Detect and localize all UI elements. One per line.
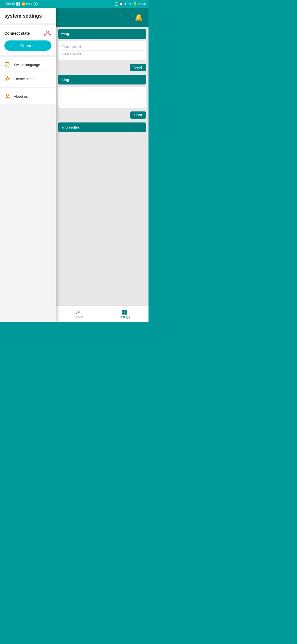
- signal-bars: 📶: [21, 2, 25, 6]
- please-select-1[interactable]: Please select: [61, 43, 143, 51]
- about-us-label: About us: [14, 94, 47, 99]
- svg-point-22: [6, 94, 9, 96]
- bottom-nav: Report Settings: [56, 305, 148, 322]
- carrier-text: 中国联通: [3, 2, 15, 6]
- battery-icon: 🔋: [133, 2, 137, 6]
- teal-card-2-text: tting: [61, 78, 69, 82]
- teal-card-2: tting: [58, 75, 146, 84]
- teal-card-3-text: and setting: [61, 125, 80, 129]
- theme-icon: [4, 76, 10, 82]
- teal-card-1: tting: [58, 29, 146, 39]
- connect-button[interactable]: Connect: [4, 40, 51, 51]
- bluetooth-icon: ✦: [124, 2, 127, 6]
- connect-state-label: Connect state: [4, 31, 30, 36]
- send-button-2[interactable]: Send: [130, 111, 146, 119]
- svg-text:A: A: [7, 65, 9, 67]
- status-right: N ⏰ ✦ 5% 🔋 20:55: [115, 2, 146, 6]
- menu-section-2: About us ›: [0, 88, 56, 104]
- alipay-icon: 支: [34, 2, 38, 6]
- svg-line-19: [9, 80, 9, 81]
- svg-rect-2: [122, 312, 125, 315]
- input-line-1: [61, 89, 143, 97]
- language-icon: A A: [4, 62, 10, 68]
- send-row-1: Send: [58, 62, 146, 73]
- chart-icon: [76, 309, 82, 315]
- battery-text: 5%: [128, 2, 132, 6]
- about-us-chevron: ›: [50, 94, 51, 98]
- drawer-bottom-area: [0, 104, 56, 322]
- right-panel-body: tting Please select Please select Send t…: [56, 27, 148, 134]
- drawer-title-section: system settings: [0, 8, 56, 23]
- data-speed: 0 K/S: [26, 2, 32, 5]
- right-panel: 🔔 tting Please select Please select Send…: [56, 8, 148, 322]
- teal-card-3: and setting: [58, 122, 146, 132]
- theme-setting-label: Theme setting: [14, 77, 47, 81]
- switch-language-chevron: ›: [50, 63, 51, 67]
- system-settings-drawer: system settings Connect state Connect A: [0, 8, 56, 322]
- send-button-1[interactable]: Send: [130, 64, 146, 71]
- right-panel-header: 🔔: [56, 8, 148, 27]
- input-line-2: [61, 97, 143, 105]
- svg-line-7: [45, 33, 48, 34]
- connect-state-row: Connect state: [4, 29, 51, 37]
- svg-point-5: [44, 34, 46, 36]
- bell-icon[interactable]: 🔔: [135, 13, 143, 21]
- switch-language-label: Switch language: [14, 63, 47, 67]
- svg-line-18: [6, 77, 6, 77]
- svg-line-20: [9, 77, 9, 77]
- connect-state-icon: [44, 29, 51, 37]
- network-hd: HD: [16, 2, 20, 6]
- time-display: 20:55: [138, 2, 146, 6]
- person-icon: [4, 93, 10, 99]
- svg-line-21: [6, 80, 6, 81]
- select-card-1: Please select Please select: [58, 41, 146, 60]
- send-row-2: Send: [58, 110, 146, 120]
- nfc-icon: N: [115, 2, 118, 6]
- nav-report-label: Report: [75, 316, 83, 319]
- menu-item-theme-setting[interactable]: Theme setting ›: [0, 72, 56, 86]
- svg-line-8: [48, 33, 50, 34]
- menu-item-switch-language[interactable]: A A Switch language ›: [0, 58, 56, 72]
- svg-rect-0: [122, 310, 125, 312]
- nav-item-report[interactable]: Report: [75, 309, 83, 319]
- svg-rect-3: [125, 312, 127, 315]
- alarm-icon: ⏰: [119, 2, 123, 6]
- status-bar: 中国联通 HD 📶 0 K/S 支 N ⏰ ✦ 5% 🔋 20:55: [0, 0, 148, 8]
- grid-icon: [122, 309, 128, 315]
- teal-card-1-text: tting: [61, 32, 69, 36]
- svg-rect-1: [125, 310, 127, 312]
- drawer-title: system settings: [4, 13, 42, 19]
- nav-item-settings[interactable]: Settings: [120, 309, 130, 319]
- nav-settings-label: Settings: [120, 316, 130, 319]
- input-card-1: [58, 87, 146, 108]
- please-select-2[interactable]: Please select: [61, 51, 143, 58]
- svg-point-13: [6, 78, 9, 80]
- theme-setting-chevron: ›: [50, 77, 51, 81]
- menu-section-1: A A Switch language ›: [0, 57, 56, 87]
- svg-point-6: [49, 34, 51, 36]
- connect-section: Connect state Connect: [0, 25, 56, 55]
- menu-item-about-us[interactable]: About us ›: [0, 89, 56, 103]
- svg-point-4: [47, 31, 49, 33]
- status-left: 中国联通 HD 📶 0 K/S 支: [3, 2, 38, 6]
